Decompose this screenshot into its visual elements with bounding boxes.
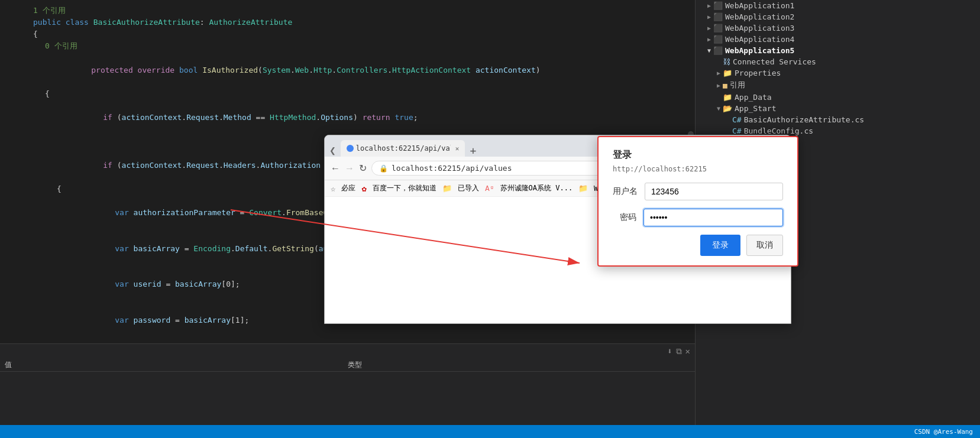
bookmark-baidu[interactable]: 百度一下，你就知道 [370,182,439,194]
address-text: localhost:62215/api/values [392,164,512,173]
sidebar-item-appstart[interactable]: ▼ 📂 App_Start [696,103,980,114]
sidebar-item-appdata[interactable]: ▶ 📁 App_Data [696,92,980,103]
table-header: 值 类型 [0,359,695,372]
tab-close-icon[interactable]: ✕ [455,145,460,153]
project-icon: ⬛ [713,1,723,10]
project-icon: ⬛ [713,12,723,21]
browser-tab[interactable]: localhost:62215/api/values ✕ [341,140,465,157]
refresh-button[interactable]: ↻ [359,163,367,174]
expand-arrow: ▶ [707,36,711,43]
sidebar-item-webapp2[interactable]: ▶ ⬛ WebApplication2 [696,11,980,22]
sidebar-item-label: WebApplication5 [725,46,794,55]
bottom-panel-header: ⬇ ⧉ ✕ [0,344,695,359]
login-button[interactable]: 登录 [700,235,740,256]
expand-arrow: ▶ [707,2,711,9]
cancel-button[interactable]: 取消 [746,235,783,256]
login-title: 登录 [613,149,783,161]
sidebar-item-label: WebApplication2 [725,12,794,21]
expand-arrow: ▶ [717,70,720,76]
sidebar-item-label: Properties [735,69,781,77]
sidebar-item-webapp4[interactable]: ▶ ⬛ WebApplication4 [696,34,980,45]
sidebar-item-connectedservices[interactable]: ▶ ⛓ Connected Services [696,56,980,67]
password-input[interactable] [643,209,783,226]
tab-favicon [347,145,354,152]
password-row: 密码 [613,209,783,226]
forward-button[interactable]: → [345,163,354,174]
back-button[interactable]: ← [331,163,340,174]
oa-icon: Aᵍ [485,184,494,193]
login-url: http://localhost:62215 [613,165,783,173]
dialog-buttons: 登录 取消 [613,235,783,256]
code-line: protected override bool IsAuthorized(Sys… [7,53,695,88]
cs-file-icon: C# [732,126,742,135]
username-row: 用户名 [613,183,783,200]
col-value: 值 [5,360,348,370]
project-icon: ⬛ [713,24,723,33]
expand-arrow: ▼ [707,47,711,54]
sidebar-item-label: 引用 [730,80,745,90]
baidu-icon: ✿ [361,184,366,193]
connected-icon: ⛓ [723,57,730,66]
sidebar-item-label: App_Start [735,104,776,113]
sidebar-item-label: Connected Services [733,57,816,66]
tab-list-icon[interactable]: ❮ [329,144,336,157]
bookmark-imported[interactable]: 已导入 [455,182,481,194]
sidebar-item-properties[interactable]: ▶ 📁 Properties [696,67,980,79]
sidebar-item-webapp3[interactable]: ▶ ⬛ WebApplication3 [696,22,980,34]
sidebar-item-label: WebApplication1 [725,1,794,10]
sidebar-item-basicauth[interactable]: ▶ C# BasicAuthorizeAttribute.cs [696,114,980,125]
expand-arrow: ▶ [707,25,711,31]
bookmark-bingso[interactable]: 必应 [339,182,358,194]
col-type: 类型 [348,360,691,370]
tab-label: localhost:62215/api/values [356,144,451,153]
close-panel-icon[interactable]: ✕ [685,346,690,356]
folder-open-icon: 📂 [723,104,732,113]
dock-icon[interactable]: ⧉ [676,346,682,356]
code-line: { [7,28,695,40]
statusbar-text: CSDN @Ares-Wang [914,428,973,436]
folder-bookmark-icon: 📁 [442,184,452,193]
lock-icon: 🔒 [379,164,388,173]
references-icon: ■ [723,81,727,90]
code-line: public class BasicAuthorizeAttribute: Au… [7,17,695,28]
folder-icon: 📁 [723,69,732,77]
bookmark-oa[interactable]: 苏州诚隆OA系统 V... [498,182,575,194]
sidebar-item-webapp5[interactable]: ▼ ⬛ WebApplication5 [696,45,980,56]
password-label: 密码 [613,212,636,223]
expand-arrow: ▶ [717,82,720,89]
pin-icon[interactable]: ⬇ [667,346,672,356]
new-tab-button[interactable]: + [465,144,481,157]
bookmark-star-icon: ☆ [331,184,335,193]
code-line: if (actionContext.Request.Method == Http… [7,100,695,135]
sidebar-item-label: WebApplication3 [725,24,794,33]
username-label: 用户名 [613,186,638,197]
folder-bookmark2-icon: 📁 [578,184,588,193]
expand-arrow: ▶ [707,14,711,20]
sidebar-item-label: BundleConfig.cs [744,126,813,135]
project-icon: ⬛ [713,46,723,55]
folder-icon: 📁 [723,93,732,102]
expand-arrow: ▼ [717,105,720,112]
bottom-panel: ⬇ ⧉ ✕ 值 类型 [0,343,695,438]
sidebar-item-webapp1[interactable]: ▶ ⬛ WebApplication1 [696,0,980,11]
sidebar-item-label: App_Data [735,93,772,102]
cs-file-icon: C# [732,115,742,124]
username-input[interactable] [645,183,783,200]
status-bar: CSDN @Ares-Wang [0,425,980,438]
login-dialog: 登录 http://localhost:62215 用户名 密码 登录 取消 [597,136,798,267]
code-line: { [7,88,695,100]
sidebar-item-references[interactable]: ▶ ■ 引用 [696,79,980,92]
sidebar-item-label: WebApplication4 [725,35,794,44]
project-icon: ⬛ [713,35,723,44]
panel-controls: ⬇ ⧉ ✕ [667,346,690,356]
code-line: 0 个引用 [7,40,695,52]
code-line: 1 个引用 [7,5,695,17]
sidebar-item-label: BasicAuthorizeAttribute.cs [744,115,865,124]
